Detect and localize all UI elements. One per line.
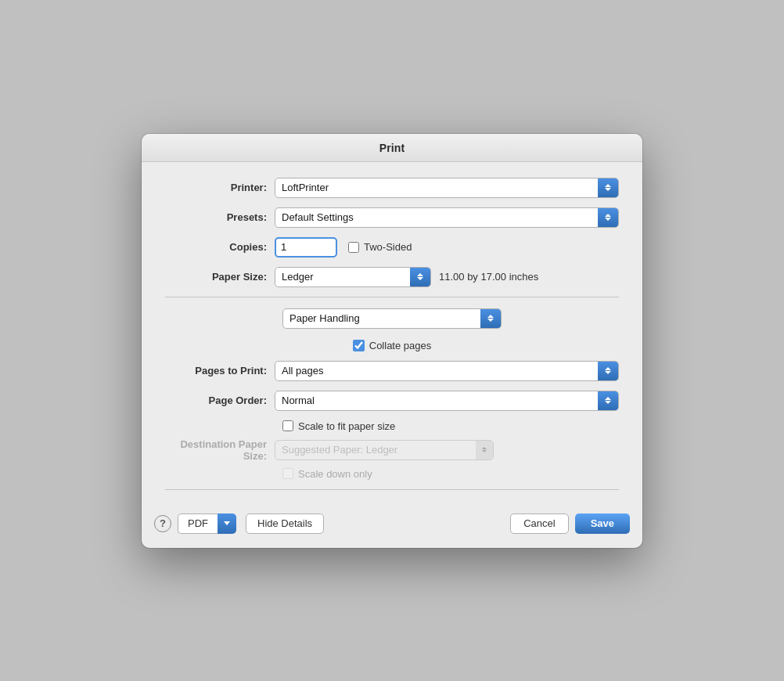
printer-stepper[interactable] (598, 178, 618, 197)
scale-down-only-row: Scale down only (282, 468, 619, 480)
help-button[interactable]: ? (154, 515, 171, 532)
destination-paper-size-stepper (476, 441, 493, 459)
page-order-label: Page Order: (165, 395, 275, 406)
pdf-dropdown-button[interactable] (218, 513, 236, 534)
paper-handling-row: Paper Handling (165, 308, 619, 329)
collate-text: Collate pages (369, 340, 432, 351)
page-order-select-wrapper: Normal (275, 391, 619, 411)
two-sided-text: Two-Sided (364, 241, 412, 253)
print-dialog: Print Printer: LoftPrinter Presets: Defa… (142, 134, 642, 548)
destination-paper-size-row: Destination Paper Size: Suggested Paper:… (165, 438, 619, 462)
two-sided-label[interactable]: Two-Sided (348, 241, 412, 253)
footer: ? PDF Hide Details Cancel Save (142, 513, 642, 548)
paper-size-stepper[interactable] (410, 268, 430, 286)
dialog-content: Printer: LoftPrinter Presets: Default Se… (142, 162, 642, 513)
printer-label: Printer: (165, 182, 275, 193)
collate-label[interactable]: Collate pages (353, 340, 432, 351)
destination-paper-size-label: Destination Paper Size: (165, 438, 275, 462)
printer-row: Printer: LoftPrinter (165, 178, 619, 198)
scale-down-only-label: Scale down only (282, 468, 372, 480)
paper-size-controls: Ledger 11.00 by 17.00 inches (275, 267, 538, 287)
presets-stepper[interactable] (598, 208, 618, 227)
pages-to-print-label: Pages to Print: (165, 365, 275, 377)
pages-to-print-select-wrapper: All pages (275, 361, 619, 381)
scale-to-fit-text: Scale to fit paper size (298, 420, 395, 432)
presets-label: Presets: (165, 211, 275, 223)
paper-size-row: Paper Size: Ledger 11.00 by 17.00 inches (165, 267, 619, 287)
title-bar: Print (142, 134, 642, 162)
printer-select-wrapper: LoftPrinter (275, 178, 619, 198)
paper-handling-select-wrapper: Paper Handling (282, 308, 502, 329)
divider-1 (165, 297, 619, 297)
copies-row: Copies: Two-Sided (165, 237, 619, 258)
paper-size-label: Paper Size: (165, 271, 275, 283)
scale-to-fit-checkbox[interactable] (282, 420, 293, 431)
page-order-row: Page Order: Normal (165, 391, 619, 411)
paper-dimensions: 11.00 by 17.00 inches (439, 271, 538, 283)
collate-checkbox[interactable] (353, 340, 365, 351)
pages-to-print-select[interactable]: All pages (275, 361, 619, 381)
page-order-stepper[interactable] (598, 391, 618, 410)
pages-to-print-row: Pages to Print: All pages (165, 361, 619, 381)
presets-row: Presets: Default Settings (165, 207, 619, 228)
pdf-main-button[interactable]: PDF (178, 513, 218, 534)
scale-to-fit-label[interactable]: Scale to fit paper size (282, 420, 395, 432)
pdf-group: PDF (178, 513, 236, 534)
presets-select-wrapper: Default Settings (275, 207, 619, 228)
paper-size-select-wrapper: Ledger (275, 267, 431, 287)
scale-to-fit-row: Scale to fit paper size (282, 420, 619, 432)
paper-handling-stepper[interactable] (480, 309, 501, 328)
footer-divider (165, 489, 619, 490)
collate-row: Collate pages (165, 340, 619, 351)
copies-label: Copies: (165, 241, 275, 253)
scale-down-only-checkbox (282, 468, 293, 479)
copies-input[interactable] (275, 237, 337, 258)
destination-paper-size-select: Suggested Paper: Ledger (275, 440, 494, 460)
page-order-select[interactable]: Normal (275, 391, 619, 411)
cancel-button[interactable]: Cancel (510, 513, 568, 534)
destination-paper-size-select-wrapper: Suggested Paper: Ledger (275, 440, 494, 460)
two-sided-checkbox[interactable] (348, 242, 359, 253)
pages-to-print-stepper[interactable] (598, 362, 618, 380)
save-button[interactable]: Save (575, 513, 630, 534)
printer-select[interactable]: LoftPrinter (275, 178, 619, 198)
dialog-title: Print (142, 142, 642, 154)
presets-select[interactable]: Default Settings (275, 207, 619, 228)
paper-size-select[interactable]: Ledger (275, 267, 431, 287)
hide-details-button[interactable]: Hide Details (246, 513, 324, 534)
paper-handling-select[interactable]: Paper Handling (282, 308, 502, 329)
scale-down-only-text: Scale down only (298, 468, 372, 480)
